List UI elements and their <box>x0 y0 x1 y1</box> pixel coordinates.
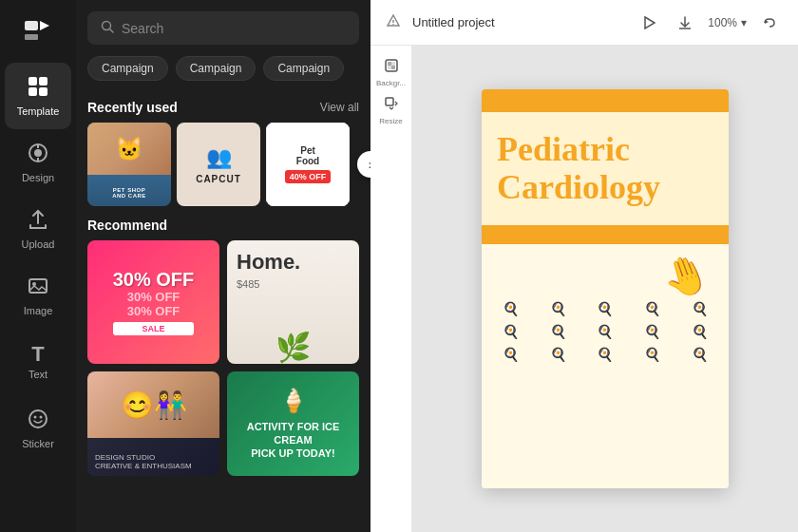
sidebar-item-sticker[interactable]: Sticker <box>5 395 71 462</box>
sidebar-item-upload[interactable]: Upload <box>5 196 71 262</box>
filter-chip-0[interactable]: Campaign <box>87 56 168 81</box>
icecream-icon: 🍦 <box>279 388 308 414</box>
filter-chip-1[interactable]: Campaign <box>176 56 256 81</box>
zoom-control[interactable]: 100% ▾ <box>708 16 747 29</box>
panel-content: Recently used View all 🐱 PET SHOP AND CA… <box>76 88 370 532</box>
egg-1: 🍳 <box>491 301 531 316</box>
team-faces: 😊👫 <box>87 371 219 438</box>
sticker-icon <box>27 408 49 434</box>
search-input[interactable] <box>122 21 346 36</box>
canvas-viewport: PediatricCardiology 🤚 🍳 🍳 🍳 🍳 🍳 🍳 🍳 🍳 🍳 … <box>412 46 798 532</box>
sidebar-item-text[interactable]: T Text <box>5 329 71 395</box>
svg-line-17 <box>110 29 114 33</box>
svg-rect-24 <box>388 62 391 66</box>
template-thumb-pet-shop[interactable]: 🐱 PET SHOP AND CARE <box>87 123 171 206</box>
svg-point-13 <box>29 410 47 428</box>
resize-tool-label: Resize <box>379 117 402 125</box>
next-button[interactable]: › <box>357 151 370 178</box>
download-button[interactable] <box>672 10 698 36</box>
recommend-header: Recommend <box>87 218 359 233</box>
egg-11: 🍳 <box>491 347 531 362</box>
egg-7: 🍳 <box>539 324 579 339</box>
recently-used-row: 🐱 PET SHOP AND CARE 👥 CAPCUT Pet F <box>87 123 359 206</box>
project-title[interactable]: Untitled project <box>412 15 624 29</box>
svg-rect-26 <box>388 66 391 69</box>
sidebar-item-image[interactable]: Image <box>5 262 71 329</box>
sidebar-item-sticker-label: Sticker <box>22 438 54 449</box>
zoom-value: 100% <box>708 16 737 29</box>
pf-badge: 40% OFF <box>285 170 332 183</box>
filter-chip-2[interactable]: Campaign <box>263 56 344 81</box>
egg-2: 🍳 <box>539 301 579 316</box>
canvas-area: Untitled project 100% ▾ <box>370 0 798 532</box>
upload-icon <box>27 208 49 235</box>
home-plant-icon: 🌿 <box>276 331 311 364</box>
template-thumb-capcut[interactable]: 👥 CAPCUT <box>177 123 260 206</box>
sidebar-item-template[interactable]: Template <box>5 63 71 129</box>
svg-rect-2 <box>25 34 38 40</box>
recommend-thumb-icecream[interactable]: 🍦 ACTIVITY FOR ICE CREAMPICK UP TODAY! <box>227 371 359 476</box>
egg-4: 🍳 <box>633 301 673 316</box>
egg-13: 🍳 <box>585 347 625 362</box>
svg-marker-20 <box>645 17 655 28</box>
icecream-label: ACTIVITY FOR ICE CREAMPICK UP TODAY! <box>237 420 350 461</box>
sidebar-item-upload-label: Upload <box>22 238 55 250</box>
recently-used-title: Recently used <box>87 100 178 115</box>
zoom-chevron-icon: ▾ <box>741 16 747 29</box>
svg-marker-1 <box>40 21 49 30</box>
svg-marker-22 <box>765 20 769 24</box>
home-price: $485 <box>237 278 259 290</box>
topbar-actions: 100% ▾ <box>636 10 783 36</box>
view-all-button[interactable]: View all <box>320 101 359 114</box>
egg-5: 🍳 <box>679 301 719 316</box>
svg-rect-5 <box>28 87 37 96</box>
team-label: DESIGN STUDIOCREATIVE & ENTHUSIASM <box>95 453 192 470</box>
sidebar-item-image-label: Image <box>24 305 53 316</box>
canvas-topbar: Untitled project 100% ▾ <box>370 0 798 46</box>
recommend-thumb-team[interactable]: 😊👫 DESIGN STUDIOCREATIVE & ENTHUSIASM <box>87 371 219 476</box>
design-canvas[interactable]: PediatricCardiology 🤚 🍳 🍳 🍳 🍳 🍳 🍳 🍳 🍳 🍳 … <box>482 89 729 488</box>
capcut-brand-label: CAPCUT <box>196 174 241 184</box>
svg-point-8 <box>34 149 42 157</box>
play-button[interactable] <box>636 10 662 36</box>
sale-text-2: 30% OFF <box>113 290 195 304</box>
template-thumb-pet-food[interactable]: Pet Food 40% OFF <box>266 123 350 206</box>
egg-9: 🍳 <box>633 324 673 339</box>
svg-rect-11 <box>29 279 47 293</box>
background-tool-label: Backgr... <box>376 79 406 87</box>
pf-title: Pet <box>300 145 315 156</box>
recommend-thumb-sale[interactable]: 30% OFF 30% OFF 30% OFF SALE <box>87 240 219 364</box>
side-tools: Backgr... Resize <box>370 46 412 532</box>
egg-12: 🍳 <box>539 347 579 362</box>
template-icon <box>27 75 49 102</box>
resize-tool[interactable]: Resize <box>374 93 408 127</box>
recommend-title: Recommend <box>87 218 167 233</box>
sidebar-item-design[interactable]: Design <box>5 129 71 196</box>
search-bar[interactable] <box>87 11 359 45</box>
design-icon <box>27 142 49 168</box>
egg-15: 🍳 <box>679 347 719 362</box>
home-title: Home. <box>237 250 300 275</box>
recommend-thumb-home[interactable]: Home. $485 🌿 <box>227 240 359 364</box>
app-logo[interactable] <box>17 10 59 51</box>
background-tool[interactable]: Backgr... <box>374 55 408 89</box>
svg-rect-25 <box>391 62 395 66</box>
background-icon <box>384 58 399 77</box>
egg-3: 🍳 <box>585 301 625 316</box>
undo-button[interactable] <box>756 10 783 36</box>
pet-shop-text: PET SHOP AND CARE <box>87 187 171 199</box>
svg-point-19 <box>392 23 393 24</box>
sale-badge: SALE <box>113 322 195 335</box>
top-orange-bar <box>482 89 729 112</box>
resize-icon <box>384 96 399 115</box>
bottom-row: 😊👫 DESIGN STUDIOCREATIVE & ENTHUSIASM 🍦 … <box>87 371 359 476</box>
canvas-bottom-area: 🤚 🍳 🍳 🍳 🍳 🍳 🍳 🍳 🍳 🍳 🍳 🍳 🍳 🍳 🍳 <box>482 244 729 488</box>
egg-6: 🍳 <box>491 324 531 339</box>
template-panel: Campaign Campaign Campaign Recently used… <box>76 0 370 532</box>
sale-text-3: 30% OFF <box>113 304 195 318</box>
sidebar-item-design-label: Design <box>22 172 54 183</box>
recommend-grid: 30% OFF 30% OFF 30% OFF SALE Home. $485 … <box>87 240 359 364</box>
sidebar: Template Design Upload <box>0 0 76 532</box>
sale-text-1: 30% OFF <box>113 269 195 290</box>
egg-14: 🍳 <box>633 347 673 362</box>
